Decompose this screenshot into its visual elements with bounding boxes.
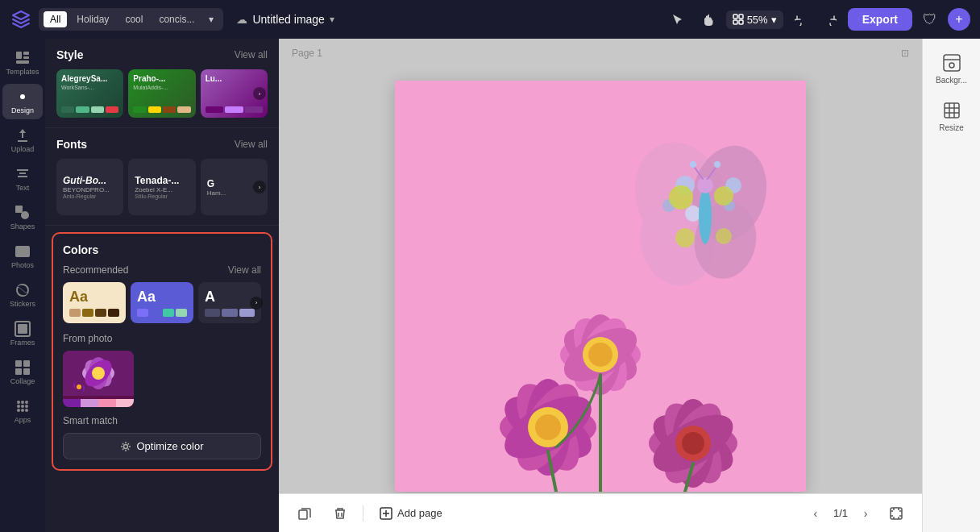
fonts-title: Fonts [56, 138, 87, 151]
delete-btn[interactable] [327, 501, 353, 526]
svg-rect-3 [739, 20, 743, 24]
filter-cool[interactable]: cool [118, 11, 149, 27]
font-card-2-sub2: Stilu-Regular [135, 193, 189, 199]
divider [363, 505, 363, 522]
fonts-section: Fonts View all Guti-Bo... BEYONDPRO... A… [45, 128, 279, 226]
filter-concis[interactable]: concis... [152, 11, 201, 27]
palette-card-1[interactable]: Aa [63, 282, 126, 323]
svg-point-33 [92, 367, 105, 380]
shield-icon[interactable]: 🛡 [917, 6, 943, 32]
add-page-button[interactable]: Add page [373, 504, 449, 523]
canvas-fit-icon[interactable]: ⊡ [901, 48, 909, 59]
sidebar-item-frames[interactable]: Frames [2, 316, 43, 351]
font-card-2[interactable]: Tenada-... Zoebel X-E... Stilu-Regular [128, 159, 195, 215]
resize-tool[interactable]: Resize [928, 96, 976, 137]
logo[interactable] [10, 8, 32, 31]
sidebar-item-upload[interactable]: Upload [2, 123, 43, 158]
optimize-color-button[interactable]: Optimize color [63, 433, 261, 459]
export-button[interactable]: Export [848, 8, 912, 31]
filter-all[interactable]: All [44, 11, 67, 27]
style-card-1-title: AlegreySa... [61, 74, 118, 83]
colors-section-title: Colors [63, 243, 261, 256]
sidebar-item-shapes[interactable]: Shapes [2, 200, 43, 235]
fonts-grid: Guti-Bo... BEYONDPRO... Anto-Regular Ten… [56, 159, 268, 215]
styles-header: Style View all [56, 48, 268, 61]
document-title[interactable]: Untitled image [252, 13, 325, 26]
styles-next-icon[interactable]: › [253, 87, 266, 100]
colors-view-all[interactable]: View all [228, 264, 261, 276]
undo-btn[interactable] [788, 6, 814, 32]
svg-point-57 [714, 161, 720, 168]
svg-point-27 [25, 409, 28, 412]
canvas-scroll[interactable] [279, 68, 922, 493]
font-card-1[interactable]: Guti-Bo... BEYONDPRO... Anto-Regular [56, 159, 123, 215]
next-page-btn[interactable]: › [854, 502, 877, 525]
topbar-tools: 55% ▾ Export 🛡 + [665, 6, 970, 32]
sidebar-item-templates[interactable]: Templates [2, 45, 43, 81]
svg-rect-18 [23, 368, 30, 375]
style-card-1[interactable]: AlegreySa... WorkSans-... [56, 69, 123, 118]
svg-point-8 [20, 94, 25, 99]
palette-card-2[interactable]: Aa [131, 282, 193, 323]
style-card-3[interactable]: Lu... › [201, 69, 268, 118]
redo-btn[interactable] [817, 6, 843, 32]
sidebar-item-shapes-label: Shapes [10, 222, 35, 231]
palette-card-3-swatches [205, 309, 255, 317]
style-card-2[interactable]: Praho-... MulatAddis-... [128, 69, 195, 118]
palette-card-3[interactable]: A › [198, 282, 261, 323]
svg-rect-90 [945, 103, 959, 118]
filter-more[interactable]: ▾ [204, 11, 218, 27]
title-chevron-icon[interactable]: ▾ [330, 14, 334, 25]
background-label: Backgr... [936, 76, 967, 85]
palette-card-1-aa: Aa [69, 289, 119, 305]
hand-tool-btn[interactable] [696, 6, 721, 32]
sidebar-item-stickers-label: Stickers [10, 300, 35, 308]
font-card-2-sub1: Zoebel X-E... [135, 186, 189, 193]
zoom-level: 55% [747, 14, 768, 26]
sidebar-item-stickers[interactable]: Stickers [2, 277, 43, 313]
select-tool-btn[interactable] [665, 6, 691, 32]
svg-rect-1 [739, 15, 743, 19]
style-card-2-title: Praho-... [133, 74, 190, 83]
fonts-view-all[interactable]: View all [235, 139, 268, 150]
add-user-button[interactable]: + [948, 8, 970, 31]
svg-rect-15 [15, 360, 22, 367]
fonts-next-icon[interactable]: › [253, 181, 266, 193]
copy-to-clipboard-btn[interactable] [292, 501, 318, 526]
color-palettes-grid: Aa Aa [63, 282, 261, 323]
prev-page-btn[interactable]: ‹ [804, 502, 827, 525]
sidebar-item-collage[interactable]: Collage [2, 355, 43, 390]
from-photo-card[interactable] [63, 351, 134, 407]
canvas-header: Page 1 ⊡ [279, 39, 922, 68]
sidebar-item-text-label: Text [16, 184, 30, 192]
fit-page-btn[interactable] [883, 501, 909, 526]
svg-point-48 [669, 185, 693, 210]
sidebar-item-design[interactable]: Design [2, 84, 43, 119]
sidebar-item-photos[interactable]: Photos [2, 239, 43, 274]
sidebar-item-frames-label: Frames [10, 339, 35, 347]
svg-rect-87 [891, 508, 902, 519]
sidebar-item-apps[interactable]: Apps [2, 393, 43, 429]
palette-card-3-aa: A [205, 289, 255, 305]
svg-point-65 [588, 343, 612, 367]
style-card-3-title: Lu... [206, 74, 263, 83]
zoom-control[interactable]: 55% ▾ [726, 10, 783, 29]
styles-view-all[interactable]: View all [235, 49, 268, 60]
svg-point-19 [17, 401, 20, 404]
svg-point-56 [690, 161, 696, 168]
topbar: All Holiday cool concis... ▾ ☁ Untitled … [0, 0, 980, 39]
right-sidebar: Backgr... Resize [922, 39, 980, 532]
sidebar-item-text[interactable]: Text [2, 161, 43, 197]
font-card-1-sub1: BEYONDPRO... [63, 186, 117, 193]
style-card-1-swatches [61, 106, 118, 113]
svg-point-73 [535, 414, 561, 440]
svg-point-89 [949, 63, 954, 68]
filter-holiday[interactable]: Holiday [70, 11, 115, 27]
background-tool[interactable]: Backgr... [928, 48, 976, 89]
font-card-3[interactable]: G Ham... › [201, 159, 268, 215]
sidebar-item-templates-label: Templates [6, 68, 39, 76]
palettes-next-icon[interactable]: › [250, 297, 263, 310]
font-card-1-sub2: Anto-Regular [63, 193, 117, 199]
svg-point-22 [17, 405, 20, 408]
resize-label: Resize [939, 123, 964, 132]
